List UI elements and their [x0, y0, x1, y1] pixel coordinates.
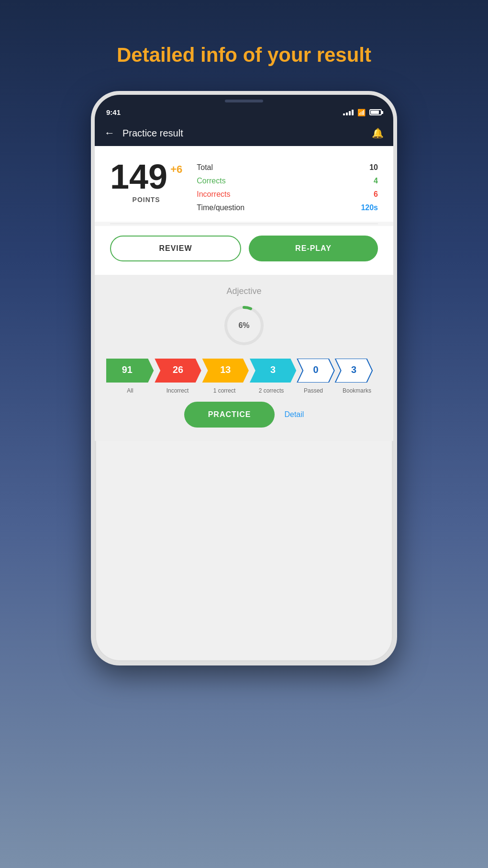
incorrects-label: Incorrects	[197, 190, 230, 199]
review-button[interactable]: REVIEW	[110, 236, 241, 261]
score-section: 149 +6 POINTS Total 10 Corrects 4 Incorr…	[95, 146, 393, 222]
app-bar: ← Practice result 🔔	[95, 120, 393, 146]
category-section: Adjective 6% 91	[95, 275, 393, 441]
battery-icon	[369, 109, 382, 115]
back-button[interactable]: ←	[104, 127, 115, 139]
practice-button[interactable]: PRACTICE	[184, 402, 275, 428]
category-title: Adjective	[106, 286, 382, 296]
score-bonus: +6	[170, 163, 182, 176]
stat-label-bookmarks: Bookmarks	[332, 387, 382, 394]
score-label: POINTS	[133, 196, 160, 203]
stat-label-2corrects: 2 corrects	[248, 387, 295, 394]
progress-circle-container: 6%	[106, 304, 382, 347]
score-number: 149	[110, 159, 167, 194]
replay-button[interactable]: RE-PLAY	[249, 236, 378, 261]
bell-icon[interactable]: 🔔	[372, 127, 384, 139]
stat-label-all: All	[106, 387, 154, 394]
stat-label-incorrect: Incorrect	[154, 387, 201, 394]
svg-text:0: 0	[313, 364, 318, 375]
total-value: 10	[369, 163, 378, 172]
stat-label-passed: Passed	[295, 387, 332, 394]
time-value: 120s	[361, 203, 378, 212]
stats-chevron-row: 91 26 13 3 0 3	[106, 359, 382, 384]
wifi-icon: 📶	[357, 109, 366, 116]
app-bar-title: Practice result	[122, 128, 364, 139]
svg-text:13: 13	[220, 364, 231, 375]
status-icons: 📶	[343, 109, 382, 116]
divider	[110, 224, 378, 224]
phone-speaker	[95, 95, 393, 106]
svg-text:3: 3	[351, 364, 356, 375]
progress-circle: 6%	[222, 304, 266, 347]
score-left: 149 +6 POINTS	[110, 159, 182, 203]
corrects-value: 4	[374, 177, 378, 185]
button-row: REVIEW RE-PLAY	[95, 226, 393, 275]
svg-text:91: 91	[122, 364, 133, 375]
progress-percent: 6%	[238, 321, 249, 330]
status-bar: 9:41 📶	[95, 106, 393, 120]
stats-labels-row: All Incorrect 1 correct 2 corrects Passe…	[106, 387, 382, 394]
svg-text:3: 3	[270, 364, 276, 375]
stat-label-1correct: 1 correct	[201, 387, 248, 394]
signal-icon	[343, 110, 354, 115]
corrects-label: Corrects	[197, 177, 225, 185]
score-right: Total 10 Corrects 4 Incorrects 6 Time/qu…	[197, 159, 378, 212]
detail-link[interactable]: Detail	[284, 410, 304, 419]
total-label: Total	[197, 163, 213, 172]
phone-shell: 9:41 📶 ← Practice result 🔔	[91, 91, 397, 665]
incorrects-value: 6	[374, 190, 378, 199]
time-label: Time/question	[197, 203, 244, 212]
page-title: Detailed info of your result	[98, 43, 390, 67]
svg-text:26: 26	[173, 364, 183, 375]
practice-row: PRACTICE Detail	[106, 402, 382, 431]
status-time: 9:41	[106, 108, 121, 116]
